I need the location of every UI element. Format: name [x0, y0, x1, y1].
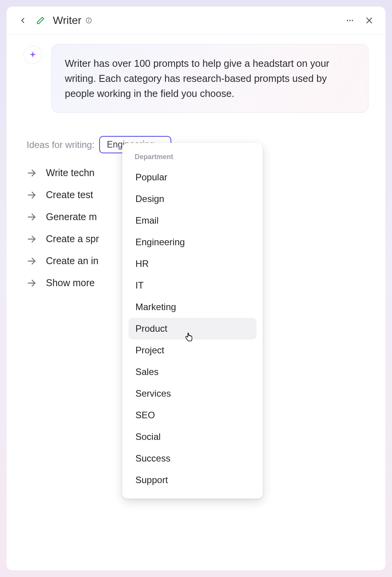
arrow-right-icon	[27, 212, 37, 222]
menu-item[interactable]: Support	[128, 469, 257, 491]
back-button[interactable]	[17, 15, 28, 26]
menu-item[interactable]: Product	[128, 318, 257, 339]
header-actions	[345, 15, 375, 26]
arrow-right-icon	[27, 168, 37, 178]
menu-section-label: Department	[128, 150, 257, 166]
idea-item-label: Create a spr	[46, 233, 99, 244]
sparkle-icon	[29, 51, 37, 59]
menu-item[interactable]: Design	[128, 188, 257, 210]
panel-header: Writer	[7, 7, 385, 35]
ideas-label: Ideas for writing:	[27, 139, 95, 150]
menu-item[interactable]: Sales	[128, 361, 257, 383]
menu-item[interactable]: SEO	[128, 404, 257, 426]
arrow-right-icon	[27, 278, 37, 288]
menu-item[interactable]: Email	[128, 210, 257, 231]
pencil-icon	[36, 16, 45, 25]
more-button[interactable]	[345, 15, 355, 26]
arrow-right-icon	[27, 190, 37, 200]
ai-avatar	[24, 46, 42, 64]
page-title: Writer	[53, 14, 81, 27]
svg-point-2	[89, 19, 89, 20]
intro-row: Writer has over 100 prompts to help give…	[24, 44, 368, 113]
arrow-right-icon	[27, 234, 37, 244]
menu-item[interactable]: Services	[128, 383, 257, 404]
idea-item-label: Generate m	[46, 211, 97, 222]
svg-point-4	[349, 20, 351, 21]
idea-item-label: Create an in	[46, 255, 98, 266]
menu-item[interactable]: Marketing	[128, 296, 257, 318]
menu-item[interactable]: Popular	[128, 166, 257, 188]
arrow-right-icon	[27, 256, 37, 266]
menu-item[interactable]: Success	[128, 448, 257, 469]
idea-item-label: Write techn	[46, 167, 95, 178]
panel-body: Writer has over 100 prompts to help give…	[7, 35, 385, 303]
idea-item-label: Show more	[46, 277, 95, 288]
more-horizontal-icon	[346, 16, 354, 25]
category-menu: Department PopularDesignEmailEngineering…	[122, 143, 263, 499]
idea-item-label: Create test	[46, 189, 93, 200]
title-wrap: Writer	[53, 14, 338, 27]
menu-item[interactable]: Social	[128, 426, 257, 448]
menu-item[interactable]: HR	[128, 253, 257, 275]
svg-point-3	[347, 20, 348, 21]
menu-item[interactable]: IT	[128, 275, 257, 296]
close-icon	[365, 16, 373, 25]
edit-button[interactable]	[35, 15, 46, 26]
close-button[interactable]	[364, 15, 375, 26]
menu-item[interactable]: Project	[128, 339, 257, 361]
svg-point-5	[352, 20, 353, 21]
chevron-left-icon	[19, 16, 27, 25]
writer-panel: Writer	[6, 6, 386, 571]
intro-message: Writer has over 100 prompts to help give…	[51, 44, 368, 113]
menu-item[interactable]: Engineering	[128, 231, 257, 253]
info-icon[interactable]	[85, 17, 92, 24]
